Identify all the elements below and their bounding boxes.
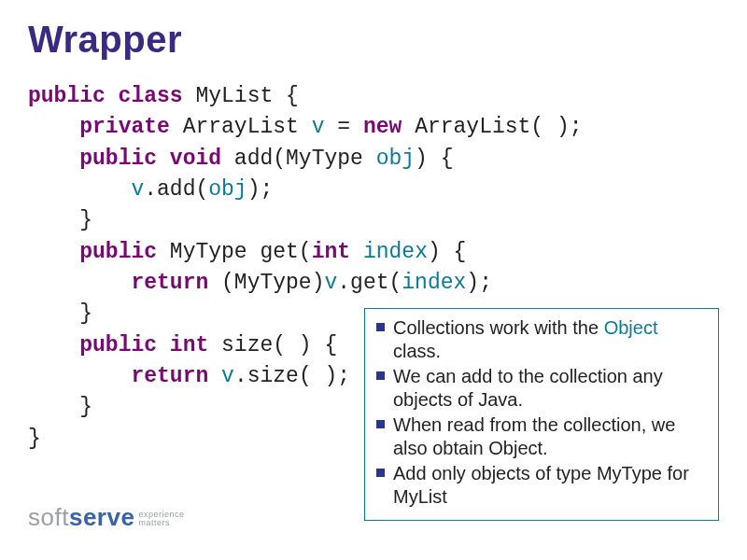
code-token: .add( [144,177,208,202]
code-token: private [79,115,170,139]
code-token: size( ) { [208,333,337,357]
code-token: new [363,115,402,139]
code-token: return [131,271,208,295]
slide: Wrapper public class MyList { private Ar… [0,0,747,560]
bullet-item: Collections work with the Object class. [374,316,709,363]
code-token: ArrayList [170,115,312,139]
code-token: } [79,395,92,419]
code-token [28,333,79,357]
softserve-logo: softserveexperiencematters [28,503,184,532]
code-token [350,240,363,264]
logo-serve: serve [69,503,134,531]
bullet-text: When read from the collection, we also o… [393,414,675,458]
code-token: v [221,364,234,388]
code-token: MyType get( [157,240,312,264]
code-token [28,208,79,232]
code-token: ); [466,271,492,295]
code-token: MyList { [183,84,299,108]
code-token [208,364,221,388]
code-token: index [363,240,428,264]
bullet-list: Collections work with the Object class. … [374,316,709,509]
code-token: return [131,364,208,388]
code-token: public void [79,147,221,171]
code-token: .get( [337,271,402,295]
code-token: int [312,240,350,264]
slide-title: Wrapper [28,19,719,61]
bullet-text: Object [604,317,658,338]
code-token: (MyType) [208,271,324,295]
bullet-text: Collections work with the [393,317,604,338]
code-token: obj [376,147,415,171]
code-token: v [131,177,144,202]
code-token [28,177,131,202]
code-token: } [79,208,92,232]
code-token: } [28,427,41,451]
bullet-item: Add only objects of type MyType for MyLi… [374,462,709,509]
code-token: v [312,115,325,139]
code-token: public [79,240,157,264]
logo-soft: soft [28,503,69,531]
code-token: ArrayList( ); [402,115,582,139]
bullet-item: We can add to the collection any objects… [374,365,709,412]
bullet-text: Add only objects of type MyType for MyLi… [393,463,689,507]
code-token [28,240,79,264]
bullet-text: We can add to the collection any objects… [393,366,663,410]
code-token: } [79,301,92,326]
code-token: ) { [415,147,453,171]
bullet-text: class. [393,341,441,361]
bullet-item: When read from the collection, we also o… [374,413,709,460]
code-token [28,271,131,295]
code-token: add(MyType [221,147,376,171]
code-token: index [402,271,466,295]
code-token [28,395,79,419]
code-token [28,301,79,326]
code-token: public class [28,84,183,108]
code-token: = [324,115,362,139]
code-token: ); [247,177,274,202]
callout-box: Collections work with the Object class. … [364,308,719,521]
code-token [28,115,79,139]
logo-tagline: experiencematters [138,511,184,527]
code-token: ) { [428,240,466,264]
code-token: .size( ); [234,364,350,388]
code-token [28,364,131,388]
code-token: public int [79,333,208,357]
code-token: obj [208,177,247,202]
code-token [28,147,79,171]
code-token: v [324,271,337,295]
